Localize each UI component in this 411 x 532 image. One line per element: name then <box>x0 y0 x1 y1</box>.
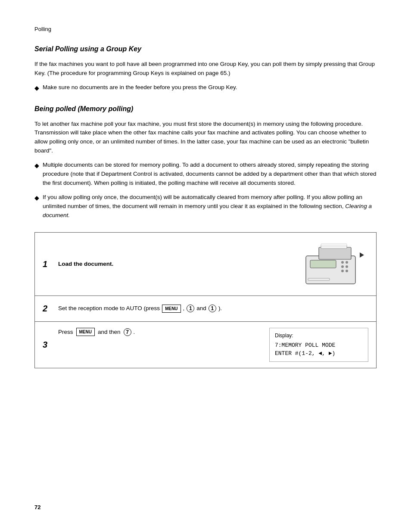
section2-bullet1: ◆ Multiple documents can be stored for m… <box>34 161 377 188</box>
page: Polling Serial Polling using a Group Key… <box>0 0 411 532</box>
display-label: Display: <box>275 332 363 339</box>
step2-number: 2 <box>43 304 52 313</box>
display-line2: ENTER #(1-2, ◄, ►) <box>275 349 363 358</box>
svg-rect-5 <box>310 260 336 268</box>
svg-point-10 <box>341 270 344 272</box>
bullet-diamond-icon: ◆ <box>34 84 39 93</box>
step3-inner: Press MENU and then 7 . Display: 7:MEMOR… <box>58 328 368 362</box>
svg-point-7 <box>346 261 348 264</box>
step3-number: 3 <box>43 340 52 349</box>
section2-bullet1-text: Multiple documents can be stored for mem… <box>43 161 377 188</box>
circle-7: 7 <box>124 328 131 336</box>
step3-text-post: . <box>134 328 135 336</box>
breadcrumb: Polling <box>34 26 377 32</box>
step3-content: Press MENU and then 7 . Display: 7:MEMOR… <box>58 328 368 362</box>
svg-marker-4 <box>360 252 364 258</box>
step1-text: Load the document. <box>58 261 113 267</box>
section1-bullet: ◆ Make sure no documents are in the feed… <box>34 83 377 93</box>
step2-comma: , <box>183 304 185 313</box>
step1-number: 1 <box>43 260 52 268</box>
bullet-diamond-icon2: ◆ <box>34 161 39 171</box>
display-line1: 7:MEMORY POLL MODE <box>275 341 363 350</box>
step2-row: 2 Set the reception mode to AUTO (press … <box>35 296 376 322</box>
svg-point-9 <box>346 265 348 268</box>
bullet-diamond-icon3: ◆ <box>34 193 39 203</box>
circle-1a: 1 <box>187 305 194 312</box>
section2-bullet2-text: If you allow polling only once, the docu… <box>43 193 377 220</box>
svg-point-6 <box>341 261 344 264</box>
svg-rect-12 <box>308 278 330 280</box>
section1-paragraph: If the fax machines you want to poll hav… <box>34 60 377 78</box>
page-number: 72 <box>34 504 40 510</box>
svg-rect-3 <box>321 244 347 246</box>
section1: Serial Polling using a Group Key If the … <box>34 45 377 93</box>
section1-title: Serial Polling using a Group Key <box>34 45 377 53</box>
steps-container: 1 Load the document. <box>34 232 377 368</box>
step1-content: Load the document. <box>58 260 286 268</box>
section2-bullet2: ◆ If you allow polling only once, the do… <box>34 193 377 220</box>
step1-image <box>295 239 368 289</box>
svg-point-11 <box>346 270 348 272</box>
step3-display: Display: 7:MEMORY POLL MODE ENTER #(1-2,… <box>269 328 368 362</box>
svg-point-8 <box>341 265 344 268</box>
display-screen: 7:MEMORY POLL MODE ENTER #(1-2, ◄, ►) <box>275 341 363 358</box>
svg-rect-1 <box>319 247 351 259</box>
fax-machine-svg <box>295 239 368 288</box>
section1-bullet-text: Make sure no documents are in the feeder… <box>43 83 237 92</box>
step2-text-post: ). <box>218 304 222 313</box>
step3-left: Press MENU and then 7 . <box>58 328 269 336</box>
step1-row: 1 Load the document. <box>35 233 376 296</box>
step2-text: Set the reception mode to AUTO (press ME… <box>58 304 368 313</box>
section2-title: Being polled (Memory polling) <box>34 105 377 113</box>
step3-text-pre: Press <box>58 328 73 336</box>
step3-row: 3 Press MENU and then 7 . Display: 7:MEM… <box>35 322 376 368</box>
step2-and: and <box>196 304 206 313</box>
step2-text-pre: Set the reception mode to AUTO (press <box>58 304 160 313</box>
circle-1b: 1 <box>209 305 216 312</box>
menu-key-step2: MENU <box>162 305 181 313</box>
step2-content: Set the reception mode to AUTO (press ME… <box>58 304 368 313</box>
section2-paragraph: To let another fax machine poll your fax… <box>34 120 377 156</box>
menu-key-step3: MENU <box>76 328 95 336</box>
step3-text-mid: and then <box>98 328 121 336</box>
section2: Being polled (Memory polling) To let ano… <box>34 105 377 220</box>
